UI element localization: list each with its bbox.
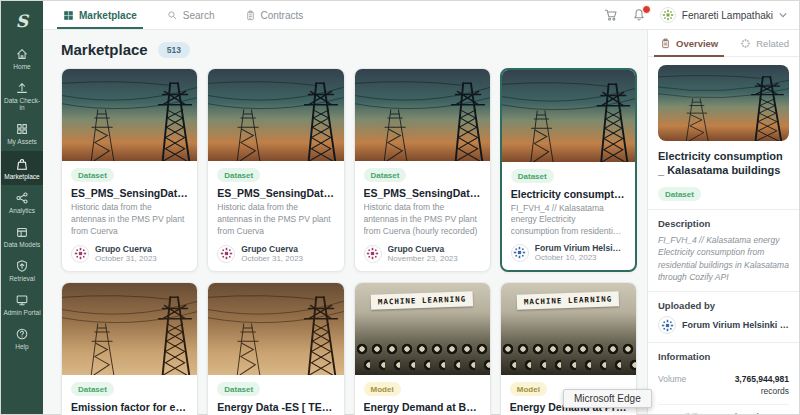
results-count-badge: 513: [158, 42, 190, 58]
topbar: Marketplace Search Contracts: [43, 1, 799, 30]
tab-label: Marketplace: [79, 10, 137, 21]
sidebar-item-marketplace[interactable]: Marketplace: [1, 151, 43, 185]
org-avatar: [511, 244, 529, 262]
monitor-icon: [15, 293, 29, 307]
sidebar-item-data-models[interactable]: Data Models: [1, 219, 43, 253]
overview-icon: [660, 38, 671, 49]
shopping-bag-icon: [15, 157, 29, 171]
panel-tab-overview[interactable]: Overview: [660, 30, 718, 56]
info-label: Volume: [658, 374, 710, 397]
asset-card[interactable]: Dataset ES_PMS_SensingData_Ho... Histori…: [354, 68, 491, 272]
org-name: Grupo Cuerva: [241, 244, 303, 254]
sidebar-item-help[interactable]: Help: [1, 321, 43, 355]
chevron-down-icon: [779, 11, 787, 19]
sidebar-item-label: Data Models: [4, 241, 41, 248]
asset-type-badge: Dataset: [217, 382, 260, 396]
publish-date: October 31, 2023: [95, 254, 157, 263]
tab-marketplace[interactable]: Marketplace: [61, 1, 139, 29]
sidebar-item-label: Marketplace: [4, 173, 39, 180]
card-description: Historic data from the antennas in the P…: [217, 202, 334, 238]
sidebar-item-label: Admin Portal: [3, 309, 40, 316]
divider: [648, 342, 799, 343]
sidebar: S Home Data Check-in My Assets Marketpla…: [1, 1, 43, 414]
card-title: ES_PMS_SensingData_His...: [217, 187, 334, 199]
app-logo: S: [1, 1, 43, 41]
org-name: Grupo Cuerva: [388, 244, 458, 254]
sidebar-item-analytics[interactable]: Analytics: [1, 185, 43, 219]
tab-contracts[interactable]: Contracts: [243, 1, 306, 29]
topbar-tabs: Marketplace Search Contracts: [61, 1, 305, 29]
contracts-icon: [245, 10, 256, 21]
information-heading: Information: [658, 351, 789, 362]
data-models-icon: [15, 225, 29, 239]
sidebar-item-label: Home: [13, 63, 30, 70]
sidebar-item-label: Data Check-in: [2, 97, 42, 111]
marketplace-content: Marketplace 513 Dataset ES_PMS_SensingDa…: [43, 30, 647, 414]
thumbnail-caption: MACHINE LEARNING: [371, 291, 474, 310]
detail-image: [658, 65, 789, 141]
typewriter-keys: [355, 341, 490, 375]
related-icon: [740, 38, 751, 49]
search-icon: [167, 10, 178, 21]
org-avatar: [364, 245, 382, 263]
user-menu[interactable]: Fenareti Lampathaki: [660, 7, 787, 23]
sidebar-item-label: Analytics: [9, 207, 35, 214]
asset-type-badge: Dataset: [364, 168, 407, 182]
sidebar-item-retrieval[interactable]: Retrieval: [1, 253, 43, 287]
share-network-icon: [15, 191, 29, 205]
sidebar-item-home[interactable]: Home: [1, 41, 43, 75]
card-title: Emission factor for electri...: [71, 401, 188, 413]
card-title: Energy Demand at Buildin...: [364, 401, 481, 413]
asset-card[interactable]: Dataset ES_PMS_SensingData_His... Histor…: [61, 68, 198, 272]
sidebar-item-label: Retrieval: [9, 275, 35, 282]
sidebar-item-label: My Assets: [7, 138, 37, 145]
panel-tab-label: Related: [756, 38, 789, 49]
page-title: Marketplace: [61, 41, 148, 58]
asset-card[interactable]: Dataset Energy Data -ES [ TEST ] ...: [207, 282, 344, 415]
asset-type-badge: Dataset: [217, 168, 260, 182]
asset-type-badge: Dataset: [71, 168, 114, 182]
notifications-button[interactable]: [632, 8, 646, 22]
grid-icon: [63, 10, 74, 21]
asset-grid: Dataset ES_PMS_SensingData_His... Histor…: [61, 68, 637, 415]
card-description: FI_FVH_4 // Kalasatama energy Electricit…: [511, 203, 626, 237]
card-thumbnail: [62, 69, 197, 161]
tab-search[interactable]: Search: [165, 1, 217, 29]
publish-date: October 31, 2023: [241, 254, 303, 263]
cart-button[interactable]: [604, 8, 618, 22]
taskbar-tooltip: Microsoft Edge: [563, 389, 652, 408]
user-name: Fenareti Lampathaki: [682, 10, 773, 21]
info-value: 3,765,944,981 records: [716, 374, 789, 397]
uploader-row: Forum Virium Helsinki Oy: [658, 316, 789, 334]
uploaded-by-heading: Uploaded by: [658, 300, 789, 311]
card-title: Electricity consumption _ ...: [511, 188, 626, 200]
tab-label: Search: [183, 10, 215, 21]
asset-type-badge: Model: [364, 382, 401, 396]
publish-date: October 10, 2023: [535, 253, 626, 262]
asset-card[interactable]: MACHINE LEARNING Model Energy Demand at …: [354, 282, 491, 415]
card-description: Historic data from the antennas in the P…: [364, 202, 481, 238]
asset-card[interactable]: Dataset ES_PMS_SensingData_His... Histor…: [207, 68, 344, 272]
topbar-user-cluster: Fenareti Lampathaki: [604, 1, 787, 29]
grid-icon: [15, 122, 29, 136]
org-avatar: [71, 245, 89, 263]
card-thumbnail: MACHINE LEARNING: [355, 283, 490, 375]
panel-tab-related[interactable]: Related: [740, 30, 789, 56]
card-thumbnail: MACHINE LEARNING: [501, 283, 636, 375]
sidebar-item-label: Help: [15, 343, 28, 350]
org-name: Forum Virium Helsinki Oy: [535, 243, 626, 253]
card-thumbnail: [502, 70, 635, 162]
tab-label: Contracts: [261, 10, 304, 21]
asset-card[interactable]: Dataset Emission factor for electri... E…: [61, 282, 198, 415]
sidebar-item-admin-portal[interactable]: Admin Portal: [1, 287, 43, 321]
sidebar-item-my-assets[interactable]: My Assets: [1, 116, 43, 150]
help-icon: [15, 327, 29, 341]
asset-type-badge: Dataset: [71, 382, 114, 396]
divider: [648, 209, 799, 210]
uploader-avatar: [658, 316, 676, 334]
asset-card-selected[interactable]: Dataset Electricity consumption _ ... FI…: [500, 68, 637, 272]
card-thumbnail: [208, 69, 343, 161]
card-thumbnail: [62, 283, 197, 375]
description-heading: Description: [658, 218, 789, 229]
sidebar-item-data-check-in[interactable]: Data Check-in: [1, 75, 43, 116]
